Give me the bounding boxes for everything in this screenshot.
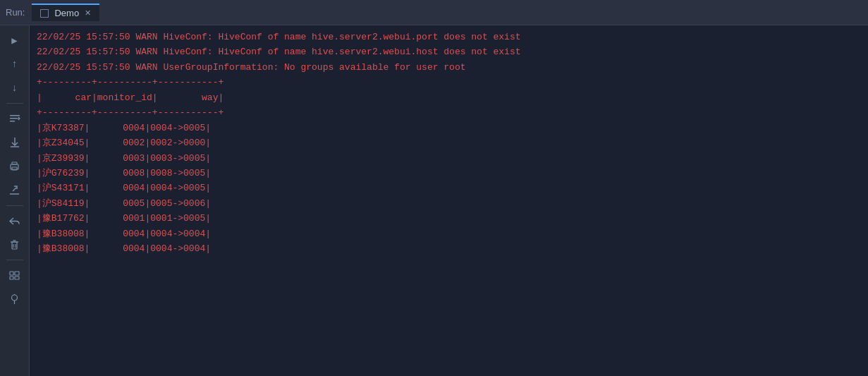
scroll-down-button[interactable]: ↓: [4, 78, 25, 99]
sidebar-divider-1: [6, 103, 23, 104]
console-line: |豫B38008| 0004|0004->0004|: [37, 226, 861, 241]
scroll-up-button[interactable]: ↑: [4, 54, 25, 75]
demo-tab[interactable]: Demo ✕: [32, 4, 99, 21]
console-line: |京Z39939| 0003|0003->0005|: [37, 151, 861, 166]
console-line: |豫B17762| 0001|0001->0005|: [37, 211, 861, 226]
console-line: |沪S84119| 0005|0005->0006|: [37, 196, 861, 211]
layout-button[interactable]: [4, 265, 25, 286]
tab-close-button[interactable]: ✕: [85, 8, 91, 18]
sidebar-divider-3: [6, 260, 23, 260]
console-output: 22/02/25 15:57:50 WARN HiveConf: HiveCon…: [30, 25, 868, 376]
svg-rect-19: [15, 277, 19, 279]
svg-rect-1: [10, 118, 17, 119]
back-button[interactable]: [4, 210, 25, 231]
svg-rect-2: [10, 121, 15, 122]
tab-icon: [40, 9, 49, 18]
console-line: |豫B38008| 0004|0004->0004|: [37, 241, 861, 256]
console-line: +---------+----------+-----------+: [37, 105, 861, 120]
console-line: 22/02/25 15:57:50 WARN HiveConf: HiveCon…: [37, 30, 861, 44]
pin-button[interactable]: [4, 289, 25, 310]
wrap-button[interactable]: [4, 108, 25, 129]
svg-point-21: [12, 295, 18, 301]
svg-rect-12: [12, 242, 17, 249]
svg-rect-17: [15, 272, 19, 275]
sidebar-divider-2: [6, 205, 23, 206]
main-content: ▶ ↑ ↓: [0, 25, 868, 376]
export-button[interactable]: [4, 180, 25, 201]
console-line: |京Z34045| 0002|0002->0000|: [37, 135, 861, 150]
svg-rect-16: [10, 272, 13, 275]
console-line: | car|monitor_id| way|: [37, 90, 861, 105]
print-button[interactable]: [4, 156, 25, 177]
console-line: 22/02/25 15:57:50 WARN HiveConf: HiveCon…: [37, 44, 861, 59]
svg-rect-18: [10, 277, 13, 279]
top-bar: Run: Demo ✕: [0, 0, 868, 25]
console-line: |沪S43171| 0004|0004->0005|: [37, 181, 861, 195]
import-button[interactable]: [4, 132, 25, 153]
run-label: Run:: [6, 7, 25, 18]
svg-rect-0: [10, 115, 20, 116]
console-line: +---------+----------+-----------+: [37, 75, 861, 90]
console-line: |沪G76239| 0008|0008->0005|: [37, 166, 861, 181]
sidebar: ▶ ↑ ↓: [0, 25, 30, 376]
delete-button[interactable]: [4, 234, 25, 255]
svg-line-10: [13, 188, 16, 191]
console-line: |京K73387| 0004|0004->0005|: [37, 121, 861, 135]
tab-label: Demo: [54, 8, 79, 18]
console-line: 22/02/25 15:57:50 WARN UserGroupInformat…: [37, 60, 861, 75]
svg-rect-7: [12, 162, 17, 164]
play-button[interactable]: ▶: [4, 30, 25, 51]
